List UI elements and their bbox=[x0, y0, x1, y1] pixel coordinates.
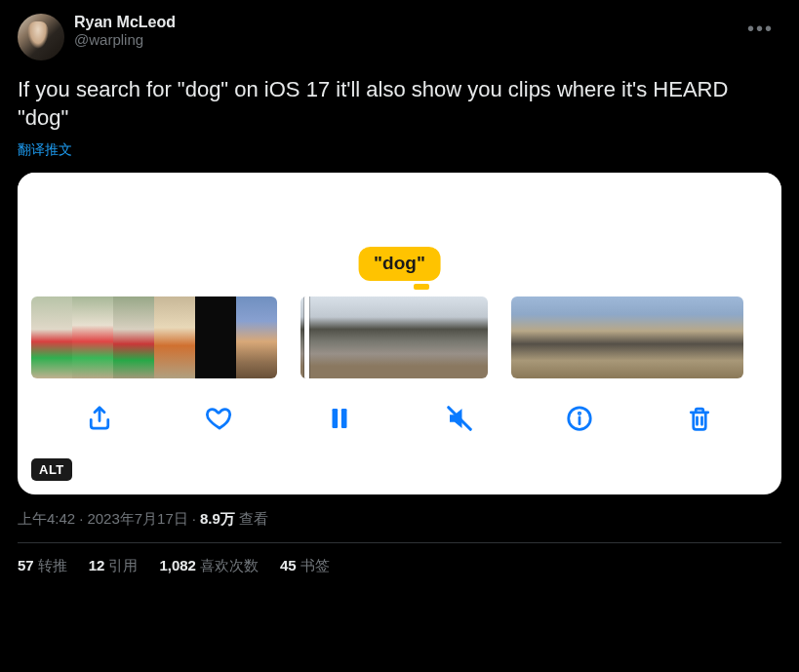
svg-point-5 bbox=[579, 413, 580, 415]
more-button[interactable]: ••• bbox=[739, 14, 781, 44]
pause-icon[interactable] bbox=[322, 401, 357, 436]
retweets-stat[interactable]: 57转推 bbox=[18, 557, 67, 575]
stats-row: 57转推 12引用 1,082喜欢次数 45书签 bbox=[18, 543, 781, 575]
avatar[interactable] bbox=[18, 14, 64, 60]
translate-link[interactable]: 翻译推文 bbox=[18, 141, 781, 159]
user-handle: @warpling bbox=[74, 31, 730, 48]
clip-frame bbox=[236, 296, 277, 378]
clip-timeline[interactable] bbox=[18, 266, 781, 381]
clip-frame bbox=[72, 296, 113, 378]
clip-frame bbox=[544, 296, 578, 378]
clip-frame bbox=[31, 296, 72, 378]
mute-icon[interactable] bbox=[442, 401, 477, 436]
svg-rect-1 bbox=[341, 409, 347, 428]
clip-frame bbox=[394, 296, 441, 378]
clip-group[interactable] bbox=[511, 296, 743, 378]
quotes-stat[interactable]: 12引用 bbox=[89, 557, 139, 575]
caption-badge-tail bbox=[414, 284, 429, 290]
clip-frame bbox=[578, 296, 611, 378]
alt-badge[interactable]: ALT bbox=[31, 458, 72, 481]
meta-row: 上午4:42·2023年7月17日·8.9万 查看 bbox=[18, 510, 781, 529]
clip-frame bbox=[154, 296, 195, 378]
views-label: 查看 bbox=[239, 510, 268, 527]
likes-stat[interactable]: 1,082喜欢次数 bbox=[159, 557, 259, 575]
tweet-text: If you search for "dog" on iOS 17 it'll … bbox=[18, 76, 781, 132]
playhead[interactable] bbox=[304, 296, 309, 378]
user-block[interactable]: Ryan McLeod @warpling bbox=[74, 14, 730, 48]
heart-icon[interactable] bbox=[202, 401, 237, 436]
tweet-header: Ryan McLeod @warpling ••• bbox=[18, 14, 781, 60]
clip-frame bbox=[511, 296, 544, 378]
clip-frame bbox=[677, 296, 710, 378]
clip-group[interactable] bbox=[31, 296, 277, 378]
clip-frame bbox=[441, 296, 488, 378]
media-card[interactable]: "dog" bbox=[18, 173, 781, 494]
clip-frame bbox=[644, 296, 677, 378]
bookmarks-stat[interactable]: 45书签 bbox=[280, 557, 330, 575]
clip-frame bbox=[195, 296, 236, 378]
svg-rect-0 bbox=[332, 409, 338, 428]
display-name: Ryan McLeod bbox=[74, 14, 730, 31]
clip-frame bbox=[710, 296, 743, 378]
views-count: 8.9万 bbox=[200, 510, 235, 527]
clip-frame bbox=[611, 296, 644, 378]
tweet-date[interactable]: 2023年7月17日 bbox=[87, 510, 187, 527]
clip-group[interactable] bbox=[300, 296, 488, 378]
clip-frame bbox=[347, 296, 394, 378]
tweet-container: Ryan McLeod @warpling ••• If you search … bbox=[0, 0, 799, 585]
share-icon[interactable] bbox=[82, 401, 117, 436]
clip-frame bbox=[113, 296, 154, 378]
trash-icon[interactable] bbox=[682, 401, 717, 436]
caption-badge: "dog" bbox=[358, 247, 441, 281]
media-toolbar bbox=[18, 381, 781, 444]
tweet-time[interactable]: 上午4:42 bbox=[18, 510, 75, 527]
info-icon[interactable] bbox=[562, 401, 597, 436]
